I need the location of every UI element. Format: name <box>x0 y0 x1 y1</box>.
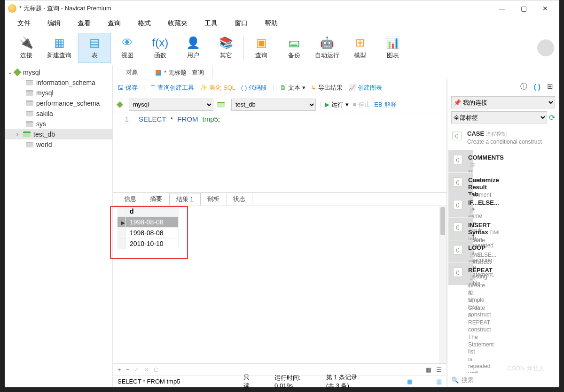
window-title: * 无标题 - 查询 - Navicat Premium <box>19 4 111 13</box>
connection-select[interactable]: mysql <box>129 99 213 111</box>
card-mode-icon[interactable]: ▥ <box>436 378 442 385</box>
query-context-row: mysql test_db | ▶运行 ▾ ■停止 EB解释 <box>113 96 446 113</box>
refresh-icon[interactable]: ⟳ <box>549 113 555 122</box>
rtab-profile[interactable]: 剖析 <box>201 193 227 206</box>
user-icon: 👤 <box>186 36 200 49</box>
snippet-item[interactable]: ()CASE流程控制Create a conditional construct <box>447 126 559 150</box>
status-readonly: 只读 <box>243 373 251 390</box>
refresh-button[interactable]: C <box>154 366 158 373</box>
tb-function[interactable]: f(x)函数 <box>144 33 177 63</box>
table-row[interactable]: 1998-08-08 <box>118 228 179 238</box>
menu-help[interactable]: 帮助 <box>256 17 286 30</box>
record-view-icon[interactable]: ▦ <box>426 366 431 373</box>
create-chart-button[interactable]: 📈创建图表 <box>348 84 382 92</box>
info-icon[interactable]: ⓘ <box>520 82 527 91</box>
tb-other[interactable]: 📚其它 <box>210 33 243 63</box>
tb-user[interactable]: 👤用户 <box>177 33 210 63</box>
code-snippet-button[interactable]: ( )代码段 <box>241 84 267 92</box>
scrollbar[interactable] <box>439 206 446 363</box>
chart-icon: 📈 <box>348 84 356 91</box>
explain-button[interactable]: EB解释 <box>374 100 396 109</box>
cell[interactable]: 2010-10-10 <box>126 238 179 249</box>
tb-view[interactable]: 👁视图 <box>111 33 144 63</box>
rtab-summary[interactable]: 摘要 <box>143 193 169 206</box>
tb-chart[interactable]: 📊图表 <box>376 33 409 63</box>
database-select[interactable]: test_db <box>231 99 316 111</box>
commit-button[interactable]: ✓ <box>134 366 139 373</box>
col-header-d[interactable]: d <box>126 206 179 217</box>
form-view-icon[interactable]: ☰ <box>436 366 442 373</box>
db-icon <box>26 80 33 85</box>
export-results-button[interactable]: ↳导出结果 <box>311 84 343 92</box>
text-button[interactable]: 🗎文本 ▾ <box>280 84 306 92</box>
menu-edit[interactable]: 编辑 <box>39 17 69 30</box>
snippet-icon: () <box>453 177 462 187</box>
tb-model[interactable]: ⊞模型 <box>344 33 376 63</box>
beautify-sql-button[interactable]: ✨美化 SQL <box>200 84 235 92</box>
close-button[interactable]: ✕ <box>534 1 556 15</box>
tree-db-information-schema[interactable]: information_schema <box>5 77 112 88</box>
tags-select[interactable]: 全部标签 <box>451 111 547 123</box>
grid-icon[interactable]: ⊞ <box>547 82 553 91</box>
sql-editor[interactable]: 1 SELECT * FROM tmp5; <box>113 113 446 193</box>
query-builder-button[interactable]: ⊤查询创建工具 <box>150 84 194 92</box>
menu-query[interactable]: 查询 <box>99 17 129 30</box>
maximize-button[interactable]: ▢ <box>513 1 534 15</box>
db-icon <box>217 102 225 108</box>
cell[interactable]: 1998-08-08 <box>126 228 179 238</box>
cell[interactable]: 1998-08-08 <box>126 217 179 228</box>
menu-view[interactable]: 查看 <box>69 17 99 30</box>
minimize-button[interactable]: — <box>491 1 513 15</box>
menu-favorites[interactable]: 收藏夹 <box>159 17 196 30</box>
tab-query-untitled[interactable]: * 无标题 - 查询 <box>147 65 213 79</box>
rtab-status[interactable]: 状态 <box>227 193 252 206</box>
results-grid[interactable]: d 1998-08-08 1998-08-08 2010-10-10 <box>118 206 179 363</box>
cancel-button[interactable]: ✕ <box>144 366 149 373</box>
play-icon: ▶ <box>325 101 329 108</box>
snippet-item[interactable]: ()Customize Result Tab ITo name the resu… <box>448 172 473 195</box>
stop-button[interactable]: ■停止 <box>352 100 370 109</box>
grid-mode-icon[interactable]: ▦ <box>407 378 413 385</box>
status-time: 运行时间: 0.019s <box>274 374 303 389</box>
tb-connection[interactable]: 🔌连接 <box>10 33 43 63</box>
rtab-info[interactable]: 信息 <box>118 193 143 206</box>
rtab-result1[interactable]: 结果 1 <box>169 193 201 206</box>
tab-objects[interactable]: 对象 <box>118 65 147 79</box>
menu-format[interactable]: 格式 <box>129 17 159 30</box>
separator <box>77 37 77 59</box>
beautify-icon: ✨ <box>200 84 207 91</box>
run-button[interactable]: ▶运行 ▾ <box>325 100 349 109</box>
menu-file[interactable]: 文件 <box>9 17 39 30</box>
snippet-item[interactable]: ()COMMENTS注释Create a comment <box>448 150 473 172</box>
save-button[interactable]: 🖫保存 <box>118 84 138 92</box>
delete-row-button[interactable]: − <box>126 366 130 373</box>
tree-db-performance-schema[interactable]: performance_schema <box>5 98 112 108</box>
snippet-item[interactable]: ()LOOP流程控制Create a simple loop construct <box>448 240 473 262</box>
tree-db-world[interactable]: world <box>5 139 112 150</box>
tb-backup[interactable]: 🖴备份 <box>278 33 311 63</box>
tree-db-mysql[interactable]: mysql <box>5 88 112 98</box>
snippet-item[interactable]: ()REPEAT流程控制Create A REPEAT construct. T… <box>448 262 473 285</box>
menu-tools[interactable]: 工具 <box>196 17 226 30</box>
tb-table[interactable]: ▤表 <box>78 33 111 63</box>
menu-window[interactable]: 窗口 <box>226 17 256 30</box>
toolbar: 🔌连接 ▦新建查询 ▤表 👁视图 f(x)函数 👤用户 📚其它 ▣查询 🖴备份 … <box>5 31 559 65</box>
export-icon: ↳ <box>311 84 316 91</box>
table-row[interactable]: 1998-08-08 <box>118 217 179 228</box>
tree-conn-mysql[interactable]: ⌄mysql <box>5 67 112 77</box>
snippets-icon[interactable]: ( ) <box>534 83 540 91</box>
tree-db-sys[interactable]: sys <box>5 119 112 129</box>
snippet-item[interactable]: ()INSERT SyntaxDMLInsert new rows into a… <box>448 217 473 240</box>
view-icon: 👁 <box>122 36 133 49</box>
scope-select[interactable]: 📌 我的连接 <box>451 96 555 108</box>
tree-db-sakila[interactable]: sakila <box>5 108 112 119</box>
user-avatar[interactable] <box>537 39 554 56</box>
tb-autorun[interactable]: 🤖自动运行 <box>311 33 344 63</box>
tb-new-query[interactable]: ▦新建查询 <box>43 33 76 63</box>
snippet-item[interactable]: ()IF...ELSE...流程控制Create a IF...ELSE... … <box>448 195 473 217</box>
snippet-search[interactable]: 🔍 搜索 <box>447 373 559 387</box>
add-row-button[interactable]: + <box>118 366 121 373</box>
tb-query[interactable]: ▣查询 <box>245 33 278 63</box>
tree-db-test-db[interactable]: ›test_db <box>5 129 112 139</box>
table-row[interactable]: 2010-10-10 <box>118 238 179 249</box>
